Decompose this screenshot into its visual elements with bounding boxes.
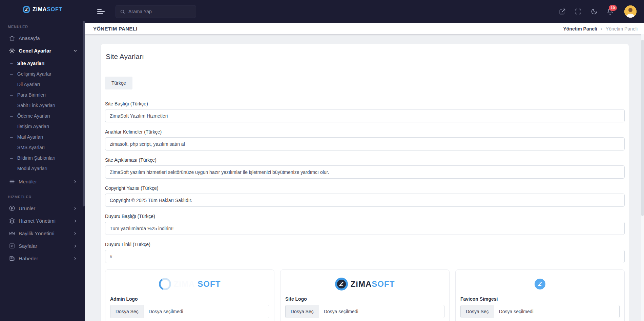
favicon-icon: [535, 279, 545, 289]
chevron-right-icon: [73, 219, 78, 223]
favicon-preview: [460, 273, 620, 295]
fullscreen-icon[interactable]: [575, 8, 582, 15]
newspaper-icon: [9, 255, 15, 262]
site-logo-label: Site Logo: [285, 296, 444, 302]
copyright-input[interactable]: [105, 194, 625, 207]
search-box[interactable]: [116, 5, 196, 18]
sidebar-subitem-modul-ayarlari[interactable]: Modül Ayarları: [0, 163, 85, 174]
announcement-link-input[interactable]: [105, 250, 625, 263]
field-label: Anahtar Kelimeler (Türkçe): [105, 129, 625, 135]
sidebar-item-menuler[interactable]: Menüler: [0, 175, 85, 188]
sidebar-subitem-sms-ayarlari[interactable]: SMS Ayarları: [0, 142, 85, 153]
chevron-down-icon: [73, 48, 78, 53]
site-logo-preview: ZiMASOFT: [285, 273, 444, 295]
field-announcement-title: Duyuru Başlığı (Türkçe): [105, 214, 625, 235]
sidebar-subitem-sabit-link-ayarlari[interactable]: Sabit Link Ayarları: [0, 100, 85, 111]
chevron-right-icon: [73, 179, 78, 184]
sidebar-item-anasayfa[interactable]: Anasayfa: [0, 32, 85, 44]
field-site-title: Site Başlığı (Türkçe): [105, 101, 625, 122]
crown-icon: [9, 230, 15, 237]
sidebar-subitem-para-birimleri[interactable]: Para Birimleri: [0, 89, 85, 100]
chevron-right-icon: [73, 231, 78, 236]
field-site-description: Site Açıklaması (Türkçe): [105, 157, 625, 179]
sidebar-section-hizmetler: HIZMETLER: [0, 188, 85, 202]
field-announcement-link: Duyuru Linki (Türkçe): [105, 242, 625, 263]
page-header: YÖNETIM PANELI Yönetim Paneli › Yönetim …: [85, 23, 644, 34]
logo-upload-row: ZiMA SOFT Admin Logo Dosya Seç Dosya seç…: [105, 269, 625, 321]
field-label: Site Açıklaması (Türkçe): [105, 157, 625, 163]
sidebar-item-hizmet-yonetimi[interactable]: Hizmet Yönetimi: [0, 215, 85, 227]
sidebar-subitem-iletisim-ayarlari[interactable]: İletişim Ayarları: [0, 121, 85, 132]
sidebar: ZiMASOFT MENÜLER Anasayfa Genel Ayarlar …: [0, 0, 85, 321]
file-status-text: Dosya seçilmedi: [144, 309, 188, 314]
admin-logo-card: ZiMA SOFT Admin Logo Dosya Seç Dosya seç…: [105, 269, 274, 321]
field-copyright: Copyright Yazısı (Türkçe): [105, 185, 625, 207]
sidebar-submenu-genel-ayarlar: Site Ayarları Gelişmiş Ayarlar Dil Ayarl…: [0, 58, 85, 174]
topbar: 10: [85, 0, 644, 23]
breadcrumb: Yönetim Paneli › Yönetim Paneli: [563, 26, 638, 32]
content-area: Site Ayarları Türkçe Site Başlığı (Türkç…: [85, 34, 644, 321]
home-icon: [9, 35, 15, 41]
brand-logo[interactable]: ZiMASOFT: [0, 0, 85, 19]
sidebar-subitem-dil-ayarlari[interactable]: Dil Ayarları: [0, 79, 85, 89]
sidebar-section-menuler: MENÜLER: [0, 19, 85, 32]
menu-lines-icon: [9, 178, 15, 185]
sidebar-toggle-icon[interactable]: [97, 8, 105, 15]
notification-count-badge: 10: [609, 5, 617, 11]
field-label: Duyuru Başlığı (Türkçe): [105, 214, 625, 219]
sidebar-subitem-mail-ayarlari[interactable]: Mail Ayarları: [0, 132, 85, 142]
sidebar-subitem-site-ayarlari[interactable]: Site Ayarları: [0, 58, 85, 68]
file-status-text: Dosya seçilmedi: [319, 309, 363, 314]
breadcrumb-current: Yönetim Paneli: [606, 26, 638, 32]
sidebar-subitem-gelismis-ayarlar[interactable]: Gelişmiş Ayarlar: [0, 68, 85, 79]
sidebar-item-sayfalar[interactable]: Sayfalar: [0, 240, 85, 252]
sidebar-item-haberler[interactable]: Haberler: [0, 252, 85, 265]
sidebar-item-bayilik-yonetimi[interactable]: Bayilik Yönetimi: [0, 227, 85, 240]
sidebar-item-genel-ayarlar[interactable]: Genel Ayarlar: [0, 44, 85, 57]
file-status-text: Dosya seçilmedi: [494, 309, 538, 314]
page-scrollbar[interactable]: [641, 34, 644, 321]
announcement-title-input[interactable]: [105, 222, 625, 235]
keywords-input[interactable]: [105, 137, 625, 151]
external-link-icon[interactable]: [559, 8, 566, 15]
admin-logo-preview: ZiMA SOFT: [110, 273, 269, 295]
favicon-label: Favicon Simgesi: [460, 296, 620, 302]
page-title: YÖNETIM PANELI: [93, 26, 138, 32]
sidebar-subitem-odeme-ayarlari[interactable]: Ödeme Ayarları: [0, 111, 85, 121]
site-description-input[interactable]: [105, 165, 625, 179]
search-input[interactable]: [128, 9, 192, 14]
dark-mode-moon-icon[interactable]: [591, 8, 598, 15]
language-tabs: Türkçe: [105, 69, 625, 89]
sidebar-item-urunler[interactable]: Ürünler: [0, 202, 85, 215]
admin-logo-icon: [159, 278, 171, 290]
breadcrumb-parent[interactable]: Yönetim Paneli: [563, 26, 597, 32]
chevron-right-icon: [73, 206, 78, 211]
sidebar-subitem-bildirim-sablonlari[interactable]: Bildirim Şablonları: [0, 153, 85, 163]
user-avatar[interactable]: [624, 5, 637, 18]
file-select-button[interactable]: Dosya Seç: [110, 305, 144, 318]
brand-logo-text: ZiMASOFT: [33, 6, 62, 13]
site-logo-icon: [335, 278, 348, 290]
file-select-button[interactable]: Dosya Seç: [286, 305, 319, 318]
page-scrollbar-thumb[interactable]: [641, 40, 644, 216]
product-p-icon: [9, 205, 15, 212]
tab-turkce[interactable]: Türkçe: [105, 77, 132, 89]
site-logo-file-input[interactable]: Dosya Seç Dosya seçilmedi: [285, 305, 444, 318]
favicon-file-input[interactable]: Dosya Seç Dosya seçilmedi: [460, 305, 620, 318]
card-header: Site Ayarları: [105, 44, 625, 69]
brand-logo-icon: [23, 6, 30, 13]
site-logo-card: ZiMASOFT Site Logo Dosya Seç Dosya seçil…: [280, 269, 450, 321]
site-title-input[interactable]: [105, 109, 625, 122]
field-label: Site Başlığı (Türkçe): [105, 101, 625, 106]
notification-bell-icon[interactable]: 10: [607, 8, 614, 15]
favicon-card: Favicon Simgesi Dosya Seç Dosya seçilmed…: [455, 269, 625, 321]
breadcrumb-separator-icon: ›: [601, 26, 602, 32]
field-label: Copyright Yazısı (Türkçe): [105, 185, 625, 191]
site-settings-card: Site Ayarları Türkçe Site Başlığı (Türkç…: [101, 44, 629, 321]
file-select-button[interactable]: Dosya Seç: [461, 305, 494, 318]
card-title: Site Ayarları: [106, 53, 624, 61]
admin-logo-file-input[interactable]: Dosya Seç Dosya seçilmedi: [110, 305, 269, 318]
sidebar-scrollbar-thumb[interactable]: [83, 21, 85, 206]
admin-logo-label: Admin Logo: [110, 296, 269, 302]
topbar-actions: 10: [559, 5, 637, 18]
